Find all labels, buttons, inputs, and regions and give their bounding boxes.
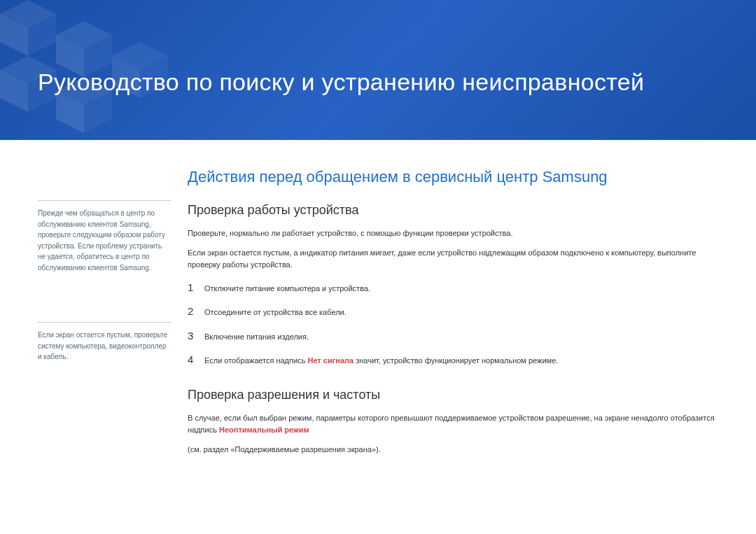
header-banner: Руководство по поиску и устранению неисп… xyxy=(0,0,756,140)
subsection-title-2: Проверка разрешения и частоты xyxy=(188,388,729,402)
step-text-part: Если отображается надпись xyxy=(204,356,307,365)
step-text: Если отображается надпись Нет сигнала зн… xyxy=(204,355,558,367)
sidebar-note-1: Прежде чем обращаться в центр по обслужи… xyxy=(38,200,171,273)
step-item: 1 Отключите питание компьютера и устройс… xyxy=(188,281,729,295)
step-number: 3 xyxy=(188,330,204,342)
sidebar: Прежде чем обращаться в центр по обслужи… xyxy=(38,168,171,463)
steps-list: 1 Отключите питание компьютера и устройс… xyxy=(188,281,729,367)
step-item: 2 Отсоедините от устройства все кабели. xyxy=(188,305,729,318)
step-number: 4 xyxy=(188,353,204,365)
content-wrapper: Прежде чем обращаться в центр по обслужи… xyxy=(0,140,756,463)
body-text: В случае, если был выбран режим, парамет… xyxy=(188,412,729,437)
main-content: Действия перед обращением в сервисный це… xyxy=(188,168,729,463)
section-title: Действия перед обращением в сервисный це… xyxy=(188,168,729,186)
step-text: Отключите питание компьютера и устройств… xyxy=(204,283,370,295)
step-number: 1 xyxy=(188,281,204,293)
step-item: 3 Включение питания изделия. xyxy=(188,330,729,343)
body-text: (см. раздел «Поддерживаемые разрешения э… xyxy=(188,444,729,456)
step-number: 2 xyxy=(188,305,204,317)
highlight-text: Неоптимальный режим xyxy=(219,426,309,434)
highlight-text: Нет сигнала xyxy=(307,356,354,365)
step-item: 4 Если отображается надпись Нет сигнала … xyxy=(188,353,729,367)
step-text: Включение питания изделия. xyxy=(204,331,309,343)
step-text-part: значит, устройство функционирует нормаль… xyxy=(354,356,558,365)
page-title: Руководство по поиску и устранению неисп… xyxy=(38,69,644,96)
body-text: Если экран остается пустым, а индикатор … xyxy=(188,247,729,272)
body-text: Проверьте, нормально ли работает устройс… xyxy=(188,227,729,240)
subsection-title-1: Проверка работы устройства xyxy=(188,203,729,218)
step-text: Отсоедините от устройства все кабели. xyxy=(204,307,346,318)
sidebar-note-2: Если экран остается пустым, проверьте си… xyxy=(38,322,171,363)
